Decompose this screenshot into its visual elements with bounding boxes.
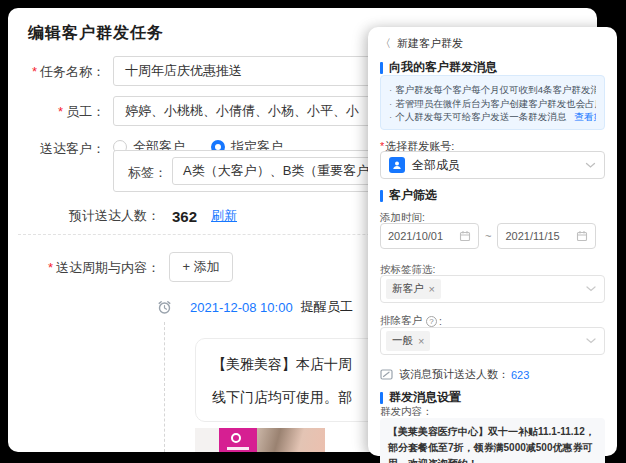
estimate-row: 预计送达人数： 362 刷新 xyxy=(8,207,237,225)
add-button[interactable]: + 添加 xyxy=(169,252,233,282)
help-question-icon[interactable]: ? xyxy=(426,316,437,327)
required-mark: * xyxy=(32,64,37,79)
brand-logo-block xyxy=(219,428,257,452)
remove-tag-icon[interactable]: × xyxy=(418,335,424,347)
chevron-down-icon xyxy=(585,162,596,169)
thumbnail-margin xyxy=(195,428,219,452)
estimate-value: 362 xyxy=(172,208,197,225)
section-accent-bar xyxy=(380,392,383,404)
remove-tag-icon[interactable]: × xyxy=(429,283,435,295)
calendar-icon xyxy=(459,230,471,242)
reminder-time[interactable]: 2021-12-08 10:00 xyxy=(190,300,293,315)
screen: 编辑客户群发任务 *任务名称： 十周年店庆优惠推送 *员工： 婷婷、小桃桃、小倩… xyxy=(0,0,626,463)
tag-chip: 一般 × xyxy=(386,331,430,351)
estimate-label: 预计送达人数： xyxy=(8,207,160,225)
section-accent-bar xyxy=(380,62,383,74)
chevron-down-icon xyxy=(586,338,596,344)
tip-line: ·个人群发每天可给客户发送一条群发消息查看如何发送 xyxy=(389,110,596,124)
photo-area xyxy=(257,428,325,452)
required-mark: * xyxy=(58,104,63,119)
section-send-header: 向我的客户群发消息 xyxy=(380,59,605,76)
date-to-input[interactable]: 2021/11/15 xyxy=(497,223,596,249)
back-icon: 〈 xyxy=(380,36,391,51)
section-filter-header: 客户筛选 xyxy=(380,187,605,204)
refresh-link[interactable]: 刷新 xyxy=(211,207,237,225)
reminder-text: 提醒员工 xyxy=(301,298,353,316)
tip-line: ·若管理员在微伴后台为客户创建客户群发也会占用群发机会 xyxy=(389,97,596,111)
member-avatar-icon xyxy=(389,157,405,173)
section-message-header: 群发消息设置 xyxy=(380,389,605,406)
tips-box: ·客户群发每个客户每个月仅可收到4条客户群发消息 ·若管理员在微伴后台为客户创建… xyxy=(380,75,605,130)
panel-estimate-value: 623 xyxy=(511,369,529,381)
back-button[interactable]: 〈 新建客户群发 xyxy=(380,36,605,51)
message-image-thumbnail[interactable] xyxy=(195,428,325,452)
tag-chip: 新客户 × xyxy=(386,279,441,299)
alarm-clock-icon xyxy=(157,300,172,315)
exclude-select[interactable]: 一般 × xyxy=(380,327,605,355)
logo-ring-icon xyxy=(231,433,241,443)
account-select[interactable]: 全部成员 xyxy=(380,151,605,179)
timeline-dashed-line xyxy=(164,322,165,452)
chevron-down-icon xyxy=(586,286,596,292)
required-mark: * xyxy=(48,260,53,275)
content-text-box[interactable]: 【美莱美容医疗中心】双十一补贴11.1-11.12，部分套餐低至7折，领券满50… xyxy=(380,418,605,463)
reminder-row: 2021-12-08 10:00 提醒员工 xyxy=(157,298,353,316)
tilde-separator: ~ xyxy=(485,230,491,242)
tip-line: ·客户群发每个客户每个月仅可收到4条客户群发消息 xyxy=(389,83,596,97)
task-name-label: *任务名称： xyxy=(8,63,105,81)
delivery-label: 送达客户： xyxy=(8,140,105,158)
new-group-send-panel: 〈 新建客户群发 向我的客户群发消息 ·客户群发每个客户每个月仅可收到4条客户群… xyxy=(368,27,617,456)
exclude-label: 排除客户 ? : xyxy=(380,314,605,328)
logo-text-bar xyxy=(227,447,249,450)
staff-label: *员工： xyxy=(8,103,105,121)
page-title: 编辑客户群发任务 xyxy=(28,23,164,44)
tag-filter-select[interactable]: 新客户 × xyxy=(380,275,605,303)
how-to-send-link[interactable]: 查看如何发送 xyxy=(574,111,596,122)
cycle-label: *送达周期与内容： xyxy=(8,259,160,277)
tag-label: 标签： xyxy=(128,164,167,182)
content-label: 群发内容： xyxy=(380,405,605,419)
date-from-input[interactable]: 2021/10/01 xyxy=(380,223,479,249)
account-value: 全部成员 xyxy=(412,157,585,174)
panel-estimate-label: 该消息预计送达人数： xyxy=(399,367,509,382)
message-send-icon xyxy=(380,368,393,381)
panel-title: 新建客户群发 xyxy=(397,36,463,51)
section-accent-bar xyxy=(380,190,383,202)
date-range-row: 2021/10/01 ~ 2021/11/15 xyxy=(380,223,605,249)
panel-estimate-row: 该消息预计送达人数： 623 xyxy=(380,367,605,382)
calendar-icon xyxy=(576,230,588,242)
